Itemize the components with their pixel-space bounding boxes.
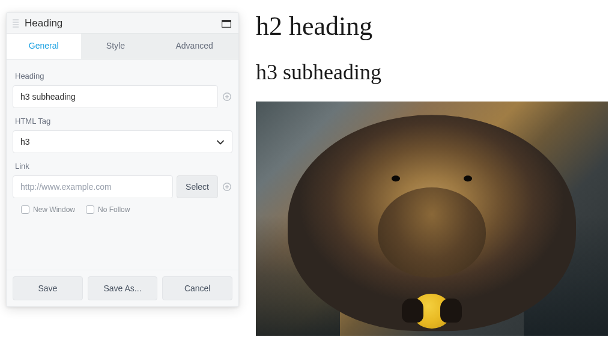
link-input[interactable] bbox=[13, 175, 173, 198]
htmltag-select[interactable]: h3 bbox=[13, 130, 232, 153]
paw-icon bbox=[440, 299, 462, 323]
responsive-toggle-icon[interactable] bbox=[222, 19, 231, 28]
panel-footer: Save Save As... Cancel bbox=[7, 270, 238, 306]
heading-field-row bbox=[13, 85, 232, 108]
save-button[interactable]: Save bbox=[13, 276, 83, 300]
add-link-icon[interactable] bbox=[222, 181, 232, 192]
save-as-button[interactable]: Save As... bbox=[88, 276, 158, 300]
htmltag-select-wrapper: h3 bbox=[13, 130, 232, 153]
drag-handle-icon[interactable] bbox=[13, 18, 20, 29]
link-options-row: New Window No Follow bbox=[13, 204, 232, 217]
heading-settings-panel: Heading General Style Advanced Heading H… bbox=[6, 12, 239, 307]
heading-field-label: Heading bbox=[15, 71, 230, 80]
preview-h3-heading[interactable]: h3 subheading bbox=[256, 59, 610, 85]
heading-input[interactable] bbox=[13, 85, 218, 108]
settings-tabs: General Style Advanced bbox=[7, 34, 238, 59]
beaver-eye bbox=[392, 175, 400, 181]
new-window-label: New Window bbox=[33, 205, 75, 214]
checkbox-icon bbox=[86, 205, 94, 214]
htmltag-field-row: h3 bbox=[13, 130, 232, 153]
no-follow-label: No Follow bbox=[98, 205, 130, 214]
svg-rect-1 bbox=[222, 20, 231, 22]
paw-icon bbox=[402, 299, 423, 323]
htmltag-field-label: HTML Tag bbox=[15, 117, 230, 126]
new-window-checkbox[interactable]: New Window bbox=[21, 205, 75, 214]
beaver-face bbox=[378, 187, 486, 278]
no-follow-checkbox[interactable]: No Follow bbox=[86, 205, 130, 214]
panel-title: Heading bbox=[25, 17, 222, 29]
page-preview: h2 heading h3 subheading bbox=[256, 6, 610, 336]
beaver-eye bbox=[464, 175, 472, 181]
tab-advanced[interactable]: Advanced bbox=[150, 34, 238, 59]
link-field-label: Link bbox=[15, 162, 230, 171]
add-heading-icon[interactable] bbox=[222, 91, 232, 102]
checkbox-icon bbox=[21, 205, 29, 214]
preview-image[interactable] bbox=[256, 102, 608, 336]
cancel-button[interactable]: Cancel bbox=[162, 276, 232, 300]
panel-body: Heading HTML Tag h3 Link Select bbox=[7, 59, 238, 270]
tab-general[interactable]: General bbox=[7, 34, 81, 59]
preview-h2-heading[interactable]: h2 heading bbox=[256, 11, 610, 41]
link-field-row: Select bbox=[13, 175, 232, 198]
tab-style[interactable]: Style bbox=[81, 34, 151, 59]
beaver-paws bbox=[402, 299, 462, 323]
panel-header: Heading bbox=[7, 13, 238, 34]
link-select-button[interactable]: Select bbox=[177, 175, 218, 198]
